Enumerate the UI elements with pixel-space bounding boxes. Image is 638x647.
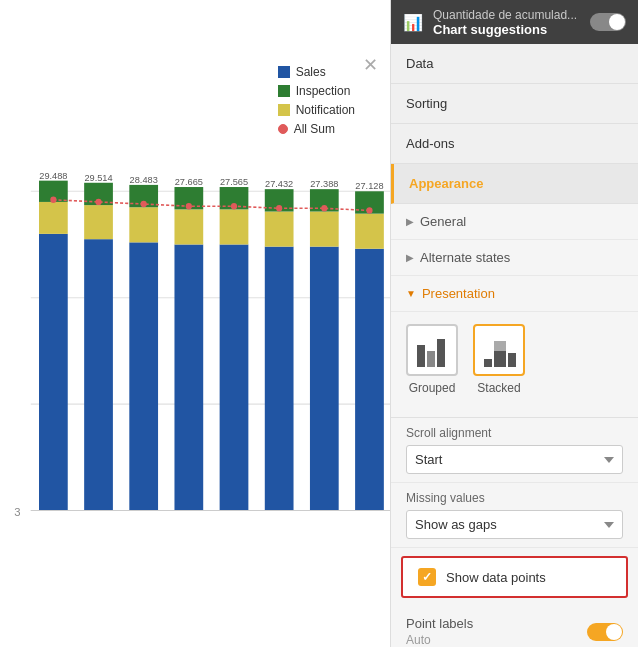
scroll-alignment-group: Scroll alignment Start End Center <box>391 418 638 483</box>
chart-type-grouped[interactable]: Grouped <box>406 324 458 395</box>
stacked-svg <box>480 331 518 369</box>
svg-text:28.483: 28.483 <box>130 174 158 185</box>
chart-svg: 3 29.488 29.514 28.483 27.665 <box>0 170 390 617</box>
svg-point-40 <box>186 203 192 209</box>
svg-text:27.665: 27.665 <box>175 176 203 187</box>
svg-rect-50 <box>494 341 506 351</box>
point-labels-left: Point labels Auto <box>406 616 473 647</box>
chart-area: 3 29.488 29.514 28.483 27.665 <box>0 170 390 617</box>
svg-rect-51 <box>484 359 492 367</box>
svg-text:29.514: 29.514 <box>84 171 112 182</box>
svg-rect-26 <box>265 212 294 247</box>
svg-rect-13 <box>129 242 158 510</box>
legend-item-inspection: Inspection <box>278 84 355 98</box>
legend-label-sales: Sales <box>296 65 326 79</box>
missing-values-group: Missing values Show as gaps Connect Show… <box>391 483 638 548</box>
presentation-section: Grouped Stacked <box>391 312 638 418</box>
section-general-label: General <box>420 214 466 229</box>
show-data-points-row[interactable]: Show data points <box>401 556 628 598</box>
legend-label-inspection: Inspection <box>296 84 351 98</box>
legend-color-inspection <box>278 85 290 97</box>
svg-text:27.432: 27.432 <box>265 178 293 189</box>
scroll-alignment-label: Scroll alignment <box>406 426 623 440</box>
nav-item-appearance[interactable]: Appearance <box>391 164 638 204</box>
svg-rect-9 <box>84 239 113 510</box>
section-presentation-label: Presentation <box>422 286 495 301</box>
chart-icon: 📊 <box>403 13 423 32</box>
svg-rect-21 <box>220 245 249 511</box>
show-data-points-checkbox[interactable] <box>418 568 436 586</box>
legend-color-notification <box>278 104 290 116</box>
svg-rect-34 <box>355 214 384 249</box>
arrow-right-alternate: ▶ <box>406 252 414 263</box>
legend-label-notification: Notification <box>296 103 355 117</box>
svg-rect-33 <box>355 249 384 511</box>
svg-point-38 <box>95 199 101 205</box>
stacked-icon <box>473 324 525 376</box>
arrow-right-general: ▶ <box>406 216 414 227</box>
stacked-label: Stacked <box>477 381 520 395</box>
chart-suggestions-toggle[interactable] <box>590 13 626 31</box>
svg-rect-5 <box>39 234 68 511</box>
chart-title: Quantidade de acumulad... <box>433 8 580 22</box>
section-alternate-label: Alternate states <box>420 250 510 265</box>
svg-point-44 <box>366 207 372 213</box>
missing-values-label: Missing values <box>406 491 623 505</box>
appearance-section: ▶ General ▶ Alternate states ▼ Presentat… <box>391 204 638 647</box>
point-labels-row: Point labels Auto <box>391 606 638 647</box>
svg-rect-48 <box>437 339 445 367</box>
missing-values-select[interactable]: Show as gaps Connect Show as zero <box>406 510 623 539</box>
grouped-label: Grouped <box>409 381 456 395</box>
svg-rect-10 <box>84 205 113 239</box>
chart-legend: Sales Inspection Notification All Sum <box>278 65 355 136</box>
grouped-svg <box>413 331 451 369</box>
svg-point-43 <box>321 205 327 211</box>
chart-type-stacked[interactable]: Stacked <box>473 324 525 395</box>
svg-rect-18 <box>174 209 203 244</box>
chart-suggestions-label: Chart suggestions <box>433 22 580 37</box>
svg-rect-49 <box>494 351 506 367</box>
chart-type-options: Grouped Stacked <box>406 324 623 395</box>
section-alternate-states[interactable]: ▶ Alternate states <box>391 240 638 276</box>
arrow-down-presentation: ▼ <box>406 288 416 299</box>
svg-text:27.128: 27.128 <box>355 180 383 191</box>
svg-rect-47 <box>427 351 435 367</box>
svg-rect-17 <box>174 245 203 511</box>
svg-point-41 <box>231 203 237 209</box>
legend-item-notification: Notification <box>278 103 355 117</box>
legend-label-allsum: All Sum <box>294 122 335 136</box>
close-button[interactable]: ✕ <box>360 55 380 75</box>
svg-text:27.388: 27.388 <box>310 178 338 189</box>
svg-rect-30 <box>310 212 339 247</box>
chart-panel: ✕ Sales Inspection Notification All Sum <box>0 0 390 647</box>
scroll-alignment-select[interactable]: Start End Center <box>406 445 623 474</box>
svg-rect-46 <box>417 345 425 367</box>
legend-color-allsum <box>278 124 288 134</box>
svg-rect-29 <box>310 247 339 511</box>
settings-panel: 📊 Quantidade de acumulad... Chart sugges… <box>390 0 638 647</box>
svg-rect-22 <box>220 209 249 244</box>
nav-item-sorting[interactable]: Sorting <box>391 84 638 124</box>
svg-text:27.565: 27.565 <box>220 176 248 187</box>
svg-point-37 <box>50 197 56 203</box>
svg-point-42 <box>276 205 282 211</box>
point-labels-title: Point labels <box>406 616 473 631</box>
section-presentation[interactable]: ▼ Presentation <box>391 276 638 312</box>
section-general[interactable]: ▶ General <box>391 204 638 240</box>
svg-rect-6 <box>39 202 68 234</box>
legend-item-sales: Sales <box>278 65 355 79</box>
show-data-points-label: Show data points <box>446 570 546 585</box>
legend-color-sales <box>278 66 290 78</box>
nav-item-data[interactable]: Data <box>391 44 638 84</box>
svg-text:29.488: 29.488 <box>39 170 67 181</box>
panel-header: 📊 Quantidade de acumulad... Chart sugges… <box>391 0 638 44</box>
point-labels-value: Auto <box>406 633 473 647</box>
grouped-icon <box>406 324 458 376</box>
nav-item-addons[interactable]: Add-ons <box>391 124 638 164</box>
svg-rect-25 <box>265 247 294 511</box>
point-labels-toggle[interactable] <box>587 623 623 641</box>
svg-text:3: 3 <box>14 506 20 518</box>
svg-point-39 <box>141 201 147 207</box>
svg-rect-52 <box>508 353 516 367</box>
svg-rect-14 <box>129 207 158 242</box>
